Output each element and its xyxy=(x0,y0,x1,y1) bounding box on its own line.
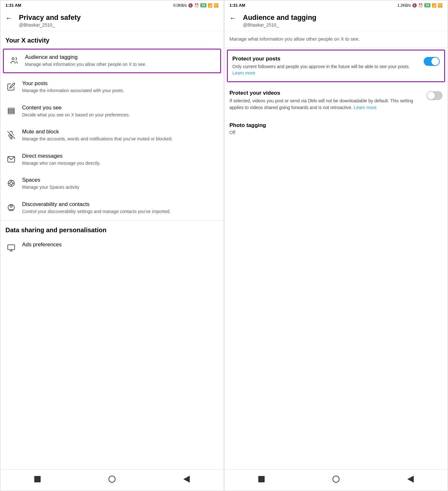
toggle-knob-posts xyxy=(431,58,439,65)
section-label-data-sharing: Data sharing and personalisation xyxy=(0,221,224,236)
menu-item-ads[interactable]: Ads preferences xyxy=(0,236,224,259)
menu-desc-dm: Manage who can message you directly. xyxy=(22,160,219,167)
menu-item-audience-tagging[interactable]: Audience and tagging Manage what informa… xyxy=(3,49,221,73)
svg-rect-16 xyxy=(8,245,15,249)
nav-back-left[interactable] xyxy=(181,474,192,484)
menu-content-mute: Mute and block Manage the accounts, word… xyxy=(22,129,219,142)
learn-more-posts-link[interactable]: Learn more xyxy=(232,70,255,75)
setting-desc-protect-posts: Only current followers and people you ap… xyxy=(232,63,419,76)
discoverability-icon xyxy=(5,202,17,213)
nav-recent-left[interactable] xyxy=(107,474,117,484)
menu-item-mute-block[interactable]: Mute and block Manage the accounts, word… xyxy=(0,123,224,148)
menu-desc-audience: Manage what information you allow other … xyxy=(25,61,216,68)
content-icon xyxy=(5,105,17,117)
battery-badge-left: 59 xyxy=(200,3,206,7)
ads-icon xyxy=(5,242,17,254)
menu-content-ads: Ads preferences xyxy=(22,242,219,249)
menu-item-content-see[interactable]: Content you see Decide what you see on X… xyxy=(0,99,224,124)
signal-bars-right: 📶 xyxy=(432,3,436,8)
back-button-left[interactable]: ← xyxy=(5,14,12,22)
menu-desc-content: Decide what you see on X based on your p… xyxy=(22,112,219,118)
setting-text-protect-videos: Protect your videos If selected, videos … xyxy=(229,90,427,111)
nav-recent-right[interactable] xyxy=(331,474,341,484)
nav-home-left[interactable] xyxy=(32,474,43,484)
menu-item-direct-messages[interactable]: Direct messages Manage who can message y… xyxy=(0,148,224,172)
menu-content-posts: Your posts Manage the information associ… xyxy=(22,80,219,94)
menu-item-your-posts[interactable]: Your posts Manage the information associ… xyxy=(0,75,224,99)
status-bar-right: 1:31 AM 1.2KB/s 🔇 ⏰ 59 📶 🛜 xyxy=(224,0,448,9)
nav-back-right[interactable] xyxy=(405,474,416,484)
square-icon-left xyxy=(34,476,41,482)
menu-title-ads: Ads preferences xyxy=(22,242,219,248)
back-button-right[interactable]: ← xyxy=(229,14,236,22)
circle-icon-right xyxy=(332,476,340,483)
dm-icon xyxy=(5,154,17,165)
nav-home-right[interactable] xyxy=(256,474,267,484)
right-phone: 1:31 AM 1.2KB/s 🔇 ⏰ 59 📶 🛜 ← Audience an… xyxy=(224,0,448,491)
status-icons-right: 1.2KB/s 🔇 ⏰ 59 📶 🛜 xyxy=(397,3,443,8)
mute-status-icon-right: 🔇 xyxy=(412,3,417,8)
header-text-left: Privacy and safety @Bhaskar_2510_ xyxy=(19,13,81,28)
toggle-protect-videos[interactable] xyxy=(427,91,443,100)
menu-title-mute: Mute and block xyxy=(22,129,219,135)
menu-title-dm: Direct messages xyxy=(22,153,219,159)
alarm-icon-right: ⏰ xyxy=(418,3,423,8)
setting-protect-posts[interactable]: Protect your posts Only current follower… xyxy=(227,50,445,83)
audience-icon xyxy=(8,55,20,66)
wifi-icon-left: 🛜 xyxy=(214,3,219,8)
toggle-protect-posts[interactable] xyxy=(424,57,440,66)
mute-icon xyxy=(5,129,17,141)
menu-content-dm: Direct messages Manage who can message y… xyxy=(22,153,219,167)
circle-icon-left xyxy=(108,476,116,483)
username-left: @Bhaskar_2510_ xyxy=(19,22,81,28)
learn-more-videos-link[interactable]: Learn more xyxy=(354,105,377,110)
header-right: ← Audience and tagging @Bhaskar_2510_ xyxy=(224,9,448,31)
svg-point-0 xyxy=(12,58,14,60)
page-description: Manage what information you allow other … xyxy=(224,31,448,48)
time-left: 1:31 AM xyxy=(5,3,21,8)
menu-desc-mute: Manage the accounts, words and notificat… xyxy=(22,136,219,142)
setting-title-photo-tagging: Photo tagging xyxy=(229,122,443,129)
setting-protect-videos[interactable]: Protect your videos If selected, videos … xyxy=(224,84,448,116)
page-title-left: Privacy and safety xyxy=(19,13,81,22)
setting-text-protect-posts: Protect your posts Only current follower… xyxy=(232,56,424,76)
toggle-knob-videos xyxy=(427,92,435,99)
triangle-icon-left xyxy=(183,476,190,483)
alarm-icon: ⏰ xyxy=(194,3,199,8)
menu-desc-discoverability: Control your discoverability settings an… xyxy=(22,209,219,215)
svg-point-15 xyxy=(10,205,12,207)
menu-desc-posts: Manage the information associated with y… xyxy=(22,88,219,94)
menu-content-spaces: Spaces Manage your Spaces activity xyxy=(22,177,219,191)
setting-photo-tagging[interactable]: Photo tagging Off xyxy=(224,116,448,141)
section-label-your-x-activity: Your X activity xyxy=(0,31,224,47)
menu-content-content: Content you see Decide what you see on X… xyxy=(22,105,219,118)
svg-rect-2 xyxy=(8,110,14,111)
setting-desc-protect-videos: If selected, videos you post or send via… xyxy=(229,98,421,111)
time-right: 1:31 AM xyxy=(229,3,245,8)
menu-desc-spaces: Manage your Spaces activity xyxy=(22,184,219,191)
speed-right: 1.2KB/s xyxy=(397,3,411,8)
menu-title-spaces: Spaces xyxy=(22,177,219,183)
status-icons-left: 0.0KB/s 🔇 ⏰ 59 📶 🛜 xyxy=(173,3,219,8)
menu-item-spaces[interactable]: Spaces Manage your Spaces activity xyxy=(0,172,224,196)
menu-title-discoverability: Discoverability and contacts xyxy=(22,201,219,208)
posts-icon xyxy=(5,81,17,92)
spaces-icon xyxy=(5,178,17,189)
bottom-nav-right xyxy=(224,469,448,491)
triangle-icon-right xyxy=(407,476,414,483)
menu-item-discoverability[interactable]: Discoverability and contacts Control you… xyxy=(0,196,224,220)
svg-rect-1 xyxy=(8,108,14,109)
battery-badge-right: 59 xyxy=(424,3,430,7)
setting-title-protect-videos: Protect your videos xyxy=(229,90,421,96)
menu-content-audience: Audience and tagging Manage what informa… xyxy=(25,54,216,68)
setting-title-protect-posts: Protect your posts xyxy=(232,56,419,62)
bottom-nav-left xyxy=(0,469,224,491)
menu-title-audience: Audience and tagging xyxy=(25,54,216,60)
header-text-right: Audience and tagging @Bhaskar_2510_ xyxy=(243,13,316,28)
svg-rect-3 xyxy=(8,112,14,114)
mute-status-icon: 🔇 xyxy=(188,3,193,8)
username-right: @Bhaskar_2510_ xyxy=(243,22,316,28)
wifi-icon-right: 🛜 xyxy=(438,3,443,8)
left-phone: 1:31 AM 0.0KB/s 🔇 ⏰ 59 📶 🛜 ← Privacy and… xyxy=(0,0,224,491)
page-title-right: Audience and tagging xyxy=(243,13,316,22)
